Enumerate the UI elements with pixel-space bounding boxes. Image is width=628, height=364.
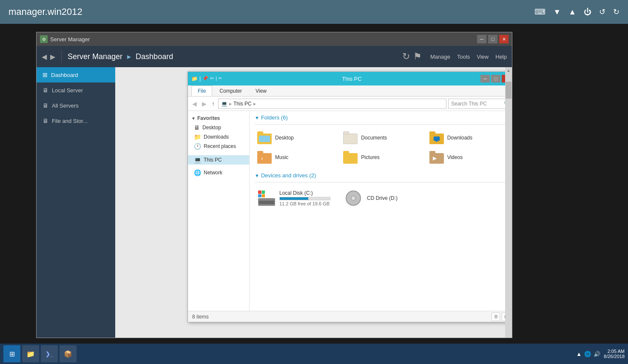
sm-window-controls: ─ □ ✕: [477, 35, 509, 43]
sm-close-button[interactable]: ✕: [499, 35, 509, 43]
nav-downloads[interactable]: 📁 Downloads: [188, 132, 249, 142]
desktop-label: Desktop: [275, 135, 294, 141]
recent-places-nav-icon: 🕐: [194, 143, 201, 150]
sidebar-file-storage-label: File and Stor...: [52, 118, 88, 124]
exp-window-controls: ─ □ ✕: [480, 75, 505, 82]
exp-titlebar-sep1: |: [199, 76, 201, 82]
view-menu[interactable]: View: [477, 54, 489, 60]
upload-icon[interactable]: ▲: [568, 8, 576, 17]
top-bar-title: manager.win2012: [9, 6, 82, 17]
address-separator: ▸: [229, 101, 232, 107]
exp-up-button[interactable]: ↑: [210, 100, 216, 108]
folder-downloads[interactable]: Downloads: [427, 130, 505, 146]
sound-tray-icon: 🔊: [594, 351, 600, 357]
file-explorer-taskbar-button[interactable]: 📁: [22, 345, 39, 362]
music-label: Music: [275, 154, 288, 160]
folder-music[interactable]: ♪ Music: [255, 149, 337, 165]
sm-toolbar: ◀ ▶ Server Manager ▸ Dashboard ↻ ⚑ Manag…: [37, 46, 512, 67]
sm-minimize-button[interactable]: ─: [477, 35, 486, 43]
tab-file[interactable]: File: [191, 85, 212, 96]
exp-maximize-button[interactable]: □: [491, 75, 500, 82]
folders-section-header[interactable]: ▼ Folders (6): [255, 114, 505, 121]
nav-desktop-label: Desktop: [202, 125, 221, 131]
sidebar-dashboard-label: Dashboard: [51, 72, 78, 78]
search-placeholder: Search This PC: [451, 101, 487, 107]
refresh-sm-icon[interactable]: ↻: [402, 51, 410, 62]
keyboard-icon[interactable]: ⌨: [534, 7, 546, 17]
nav-this-pc-label: This PC: [204, 157, 222, 163]
drives-container: Local Disk (C:) 11.2 GB free of 19.6 GB: [255, 188, 505, 209]
local-disk-space: 11.2 GB free of 19.6 GB: [279, 201, 330, 206]
refresh-icon[interactable]: ↻: [613, 7, 619, 17]
sm-scrollbar[interactable]: ▲: [505, 67, 512, 338]
tab-computer[interactable]: Computer: [213, 85, 248, 96]
back-button[interactable]: ◀: [42, 53, 47, 61]
nav-recent-places[interactable]: 🕐 Recent places: [188, 142, 249, 151]
manage-menu[interactable]: Manage: [430, 54, 450, 60]
sidebar-item-file-storage[interactable]: 🖥 File and Stor...: [37, 113, 115, 128]
exp-pin-icon[interactable]: 📌: [202, 76, 208, 82]
clock-date: 8/26/2018: [604, 354, 625, 359]
folder-pictures[interactable]: Pictures: [341, 149, 423, 165]
details-view-icon[interactable]: ☰: [492, 313, 500, 321]
sidebar-local-server-label: Local Server: [52, 87, 83, 94]
drives-section-header[interactable]: ▼ Devices and drives (2): [255, 172, 505, 179]
exp-titlebar-left: 📁 | 📌 ✂ | ═: [191, 76, 223, 82]
explorer-ribbon: File Computer View: [188, 85, 505, 97]
sidebar-item-local-server[interactable]: 🖥 Local Server: [37, 82, 115, 98]
help-menu[interactable]: Help: [495, 54, 507, 60]
nav-network[interactable]: 🌐 Network: [188, 168, 249, 177]
folder-videos[interactable]: ▶ Videos: [427, 149, 505, 165]
folders-arrow: ▼: [255, 115, 259, 120]
top-bar-icons: ⌨ ▼ ▲ ⏻ ↺ ↻: [534, 7, 619, 17]
favorites-header[interactable]: ▼ Favorites: [188, 114, 249, 123]
nav-this-pc[interactable]: 💻 This PC: [188, 155, 249, 165]
nav-downloads-label: Downloads: [204, 134, 229, 140]
exp-forward-button[interactable]: ▶: [200, 100, 208, 108]
drive-d[interactable]: CD Drive (D:): [342, 188, 401, 209]
explorer-titlebar: 📁 | 📌 ✂ | ═ This PC ─ □ ✕: [188, 72, 505, 85]
scroll-up-button[interactable]: ▲: [506, 67, 511, 73]
exp-minimize-button[interactable]: ─: [480, 75, 490, 82]
tab-view[interactable]: View: [249, 85, 273, 96]
exp-scissors-icon[interactable]: ✂: [210, 76, 214, 82]
breadcrumb-root: Server Manager: [68, 52, 122, 61]
large-icons-view-icon[interactable]: ⊞: [502, 313, 505, 321]
sidebar-item-dashboard[interactable]: ⊞ Dashboard: [37, 67, 115, 82]
exp-close-button[interactable]: ✕: [502, 75, 505, 82]
search-box[interactable]: Search This PC 🔍: [448, 99, 505, 109]
tools-menu[interactable]: Tools: [457, 54, 470, 60]
tray-arrow[interactable]: ▲: [576, 351, 582, 357]
network-nav-icon: 🌐: [194, 169, 201, 176]
nav-desktop[interactable]: 🖥 Desktop: [188, 123, 249, 132]
taskbar-clock[interactable]: 2:05 AM 8/26/2018: [604, 349, 625, 359]
address-bar[interactable]: 💻 ▸ This PC ▸: [218, 99, 446, 109]
scroll-thumb[interactable]: [506, 82, 511, 99]
sm-titlebar-title: Server Manager: [50, 36, 90, 43]
downloads-folder-icon: [429, 131, 444, 144]
exp-undo-icon[interactable]: ═: [219, 76, 222, 82]
power-icon[interactable]: ⏻: [584, 8, 591, 17]
drive-c[interactable]: Local Disk (C:) 11.2 GB free of 19.6 GB: [255, 188, 334, 209]
folder-documents[interactable]: Documents: [341, 130, 423, 146]
exp-back-button[interactable]: ◀: [190, 100, 199, 108]
drives-arrow: ▼: [255, 173, 259, 178]
start-button[interactable]: ⊞: [3, 345, 20, 362]
exp-quick-folder-icon[interactable]: 📁: [191, 76, 198, 82]
documents-folder-icon: [343, 131, 358, 144]
folder-desktop[interactable]: Desktop: [255, 130, 337, 146]
powershell-taskbar-button[interactable]: ❯_: [41, 345, 58, 362]
sm-sidebar: ⊞ Dashboard 🖥 Local Server 🖥 All Servers…: [37, 67, 115, 338]
nav-network-label: Network: [204, 170, 222, 176]
server-manager-titlebar: ⚙ Server Manager ─ □ ✕: [37, 32, 512, 46]
exp-titlebar-quick-access: 📁 | 📌 ✂ | ═: [191, 76, 222, 82]
drives-divider: [255, 182, 505, 182]
sm-maximize-button[interactable]: □: [488, 35, 497, 43]
dropdown-icon[interactable]: ▼: [553, 8, 561, 17]
refresh-alt-icon[interactable]: ↺: [599, 7, 605, 17]
server-manager-taskbar-button[interactable]: 📦: [60, 345, 77, 362]
explorer-content: ▼ Folders (6): [250, 111, 505, 311]
sidebar-item-all-servers[interactable]: 🖥 All Servers: [37, 98, 115, 113]
forward-button[interactable]: ▶: [50, 53, 55, 61]
folders-divider: [255, 124, 505, 125]
